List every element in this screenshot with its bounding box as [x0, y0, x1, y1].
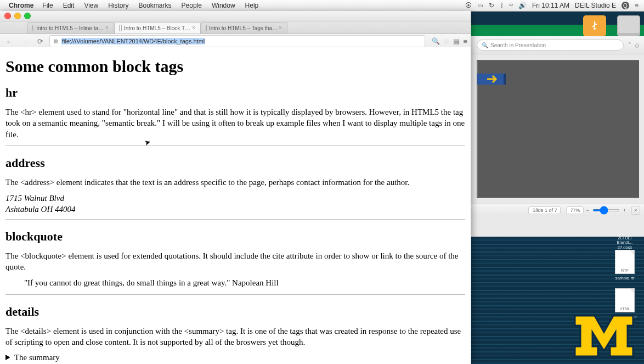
chrome-menu-icon[interactable]: ≡: [463, 37, 467, 46]
reader-icon[interactable]: 🔍: [432, 37, 440, 45]
blockquote-content: "If you cannot do great things, do small…: [24, 278, 465, 288]
hr-divider: [5, 219, 465, 220]
desktop-file-rtf-label: sample.rtf: [612, 276, 637, 281]
desktop-volume-hd[interactable]: [615, 15, 642, 37]
tab-label: Intro to HTML5 – Inline ta…: [36, 25, 104, 31]
hr-divider: [5, 145, 465, 146]
file-type-badge: HTML: [615, 307, 634, 311]
presentation-collapse-icon[interactable]: ˄: [628, 42, 631, 49]
volume-icon[interactable]: 🔊: [518, 2, 527, 9]
browser-tab-1[interactable]: Intro to HTML5 – Block T… ×: [114, 22, 201, 33]
search-icon: 🔍: [482, 42, 488, 48]
menu-edit[interactable]: Edit: [59, 1, 79, 10]
details-summary[interactable]: The summary: [5, 353, 465, 362]
section-heading-address: address: [5, 156, 465, 170]
tab-close-icon[interactable]: ×: [192, 25, 197, 30]
menu-file[interactable]: File: [38, 1, 57, 10]
notification-center-icon[interactable]: ≡: [635, 2, 639, 9]
browser-tab-0[interactable]: Intro to HTML5 – Inline ta… ×: [27, 22, 114, 33]
umich-logo: [574, 315, 634, 357]
bluetooth-icon[interactable]: ᛒ: [500, 2, 504, 9]
favicon-icon: [32, 25, 34, 31]
section-heading-blockquote: blockquote: [5, 229, 465, 244]
tab-label: Intro to HTML5 – Tags tha…: [209, 25, 278, 31]
presentation-window: 🔍 Search in Presentation ˄ ◇ Slide 1 of …: [471, 36, 644, 237]
menu-window[interactable]: Window: [207, 1, 240, 10]
window-close-button[interactable]: [4, 13, 11, 19]
page-icon: 🗎: [53, 38, 59, 44]
forward-button[interactable]: →: [19, 36, 31, 46]
bookmark-star-icon[interactable]: ☆: [443, 37, 450, 46]
desktop-file-stack: ZLI DEI Brandi…27.docx RTF sample.rtf HT…: [612, 236, 637, 327]
omnibox[interactable]: 🗎 file:///Volumes/VANLENT2014/WD4E/block…: [49, 35, 425, 47]
presentation-close-panel-button[interactable]: ×: [631, 206, 640, 215]
address-line-1: 1715 Walnut Blvd: [5, 194, 64, 203]
menubar-clock[interactable]: Fri 10:11 AM: [532, 2, 569, 9]
sync-icon[interactable]: ↻: [489, 2, 494, 9]
chrome-window: Intro to HTML5 – Inline ta… × Intro to H…: [0, 11, 471, 364]
desktop-volume-usb[interactable]: [581, 15, 608, 37]
tab-close-icon[interactable]: ×: [279, 25, 284, 30]
browser-viewport[interactable]: Some common block tags hr The <hr> eleme…: [0, 47, 471, 364]
reload-button[interactable]: ⟳: [34, 36, 46, 46]
zoom-in-icon[interactable]: +: [623, 208, 626, 213]
rendered-page: Some common block tags hr The <hr> eleme…: [0, 47, 471, 364]
desktop-file-rtf[interactable]: RTF sample.rtf: [612, 250, 637, 281]
section-heading-details: details: [5, 305, 465, 319]
page-title: Some common block tags: [5, 57, 465, 76]
menu-help[interactable]: Help: [241, 1, 263, 10]
menu-bookmarks[interactable]: Bookmarks: [134, 1, 176, 10]
zoom-slider[interactable]: [592, 209, 620, 211]
wifi-icon[interactable]: ⌔: [509, 2, 513, 9]
display-icon[interactable]: ▭: [477, 2, 483, 9]
window-titlebar[interactable]: [0, 11, 471, 21]
screenrec-icon[interactable]: ⦿: [465, 2, 472, 9]
menu-history[interactable]: History: [104, 1, 133, 10]
file-type-badge: RTF: [615, 268, 634, 272]
address-line-2: Ashtabula OH 44004: [5, 205, 76, 214]
omnibox-url: file:///Volumes/VANLENT2014/WD4E/block_t…: [61, 38, 205, 44]
address-block: 1715 Walnut Blvd Ashtabula OH 44004: [5, 193, 465, 215]
chrome-tabstrip: Intro to HTML5 – Inline ta… × Intro to H…: [0, 21, 471, 34]
presentation-slide-canvas[interactable]: [477, 60, 639, 198]
hr-divider: [5, 294, 465, 295]
menu-view[interactable]: View: [80, 1, 103, 10]
menubar-app-name[interactable]: Chrome: [9, 2, 33, 9]
browser-tab-2[interactable]: Intro to HTML5 – Tags tha… ×: [201, 22, 287, 33]
window-minimize-button[interactable]: [14, 13, 21, 19]
zoom-out-icon[interactable]: −: [586, 208, 589, 213]
extensions-icon[interactable]: ▤: [453, 37, 460, 46]
favicon-icon: [206, 25, 207, 31]
desktop-file-meta: ZLI DEI Brandi…27.docx: [612, 236, 637, 250]
menubar-user[interactable]: DEIL Studio E: [575, 2, 616, 9]
section-body-details: The <details> element is used in conjunc…: [5, 326, 465, 348]
slide-arrow-shape: [477, 74, 506, 85]
window-zoom-button[interactable]: [24, 13, 31, 19]
spotlight-icon[interactable]: Q: [622, 2, 629, 9]
section-body-hr: The <hr> element used to stand for "hori…: [5, 107, 465, 140]
tab-label: Intro to HTML5 – Block T…: [124, 25, 190, 31]
mac-menubar: Chrome File Edit View History Bookmarks …: [0, 0, 644, 12]
presentation-search-field[interactable]: 🔍 Search in Presentation: [477, 40, 624, 51]
section-heading-hr: hr: [5, 86, 465, 100]
menu-people[interactable]: People: [177, 1, 206, 10]
favicon-icon: [119, 25, 122, 31]
tab-close-icon[interactable]: ×: [105, 25, 111, 30]
zoom-readout: 77%: [566, 206, 584, 214]
mac-desktop: Chrome File Edit View History Bookmarks …: [0, 0, 644, 364]
back-button[interactable]: ←: [3, 36, 15, 46]
svg-point-0: [594, 27, 596, 30]
slide-counter: Slide 1 of 7: [528, 206, 561, 214]
section-body-address: The <address> element indicates that the…: [5, 177, 465, 188]
presentation-search-placeholder: Search in Presentation: [490, 42, 546, 48]
details-widget[interactable]: The summary: [5, 353, 465, 362]
section-body-blockquote: The <blockquote> element is used for ext…: [5, 250, 465, 273]
chrome-toolbar: ← → ⟳ 🗎 file:///Volumes/VANLENT2014/WD4E…: [0, 34, 471, 49]
presentation-expand-icon[interactable]: ◇: [635, 42, 639, 49]
